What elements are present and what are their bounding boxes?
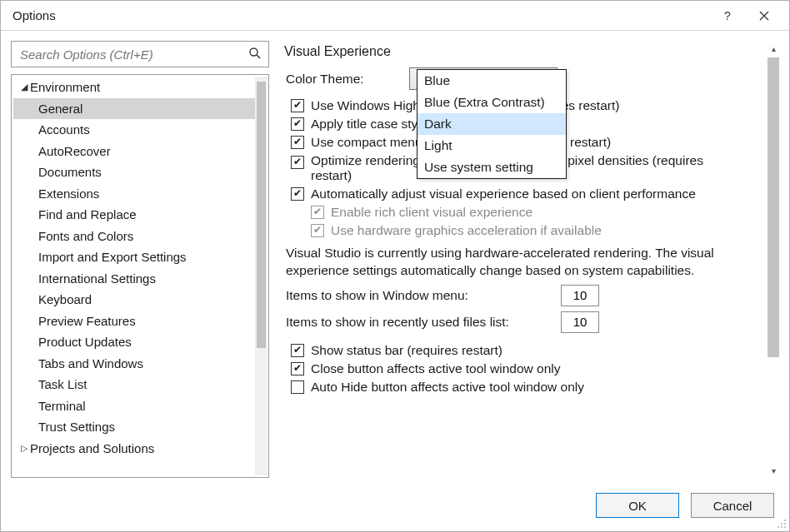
tree-item-label: International Settings	[38, 271, 156, 286]
expander-icon[interactable]: ▷	[18, 443, 30, 454]
color-theme-label: Color Theme:	[286, 72, 402, 87]
help-button[interactable]: ?	[709, 3, 746, 28]
tree-item-environment[interactable]: ◢Environment	[13, 77, 255, 98]
label-autohide-affects: Auto Hide button affects active tool win…	[311, 380, 584, 395]
tree-item-label: Trust Settings	[38, 420, 115, 434]
checkbox-autohide-affects[interactable]	[291, 380, 304, 394]
checkbox-optimize-dpi[interactable]	[291, 156, 304, 169]
expander-icon[interactable]: ◢	[18, 82, 30, 92]
cancel-button[interactable]: Cancel	[691, 493, 774, 518]
tree-item-label: Tabs and Windows	[38, 356, 143, 370]
tree-item-label: Accounts	[38, 122, 90, 137]
theme-option-light[interactable]: Light	[418, 135, 566, 157]
scrollbar-thumb[interactable]	[257, 82, 266, 348]
tree-item-autorecover[interactable]: AutoRecover	[13, 141, 255, 162]
svg-rect-2	[781, 523, 782, 525]
theme-option-dark[interactable]: Dark	[418, 113, 566, 135]
tree-item-label: Documents	[38, 165, 102, 179]
svg-rect-6	[784, 526, 786, 528]
label-rich-client: Enable rich client visual experience	[331, 205, 532, 220]
window-menu-input[interactable]	[561, 285, 599, 306]
tree-item-keyboard[interactable]: Keyboard	[13, 289, 255, 311]
tree-item-projects-and-solutions[interactable]: ▷Projects and Solutions	[13, 438, 255, 460]
resize-grip[interactable]	[776, 518, 788, 530]
tree-item-label: Preview Features	[38, 314, 136, 328]
scroll-down-icon[interactable]: ▾	[766, 463, 781, 478]
window-menu-label: Items to show in Window menu:	[286, 288, 561, 303]
tree-item-accounts[interactable]: Accounts	[13, 119, 255, 141]
checkbox-auto-adjust[interactable]	[291, 187, 304, 201]
close-icon	[759, 11, 769, 21]
theme-option-use-system-setting[interactable]: Use system setting	[418, 157, 566, 178]
checkbox-title-case[interactable]	[291, 117, 304, 131]
theme-option-blue-extra-contrast-[interactable]: Blue (Extra Contrast)	[418, 92, 566, 113]
recent-files-label: Items to show in recently used files lis…	[286, 315, 561, 330]
search-box[interactable]	[11, 41, 269, 67]
label-auto-adjust: Automatically adjust visual experience b…	[311, 186, 696, 201]
checkbox-high-contrast[interactable]	[291, 99, 304, 112]
label-hw-accel: Use hardware graphics acceleration if av…	[331, 223, 602, 238]
tree-item-general[interactable]: General	[13, 98, 255, 120]
tree-item-fonts-and-colors[interactable]: Fonts and Colors	[13, 226, 255, 247]
tree-item-extensions[interactable]: Extensions	[13, 183, 255, 205]
checkbox-compact-menu[interactable]	[291, 136, 304, 149]
tree-item-label: Find and Replace	[38, 207, 137, 221]
svg-rect-5	[781, 526, 782, 528]
tree-item-label: Environment	[30, 80, 100, 94]
tree-item-label: Fonts and Colors	[38, 229, 133, 243]
tree-item-label: General	[38, 102, 82, 116]
category-tree: ◢EnvironmentGeneralAccountsAutoRecoverDo…	[11, 74, 269, 478]
label-close-affects: Close button affects active tool window …	[311, 361, 561, 376]
checkbox-close-affects[interactable]	[291, 362, 304, 375]
title-bar: Options ?	[1, 1, 789, 31]
tree-item-label: Terminal	[38, 399, 86, 413]
svg-rect-1	[784, 520, 786, 521]
svg-rect-4	[778, 526, 779, 528]
tree-item-find-and-replace[interactable]: Find and Replace	[13, 204, 255, 226]
svg-rect-3	[784, 523, 786, 525]
render-note: Visual Studio is currently using hardwar…	[286, 245, 764, 280]
help-icon: ?	[724, 9, 731, 22]
tree-item-label: Keyboard	[38, 292, 92, 306]
tree-item-terminal[interactable]: Terminal	[13, 395, 255, 417]
tree-item-documents[interactable]: Documents	[13, 162, 255, 183]
tree-item-preview-features[interactable]: Preview Features	[13, 311, 255, 332]
tree-item-label: Product Updates	[38, 335, 132, 349]
recent-files-input[interactable]	[561, 311, 599, 333]
label-status-bar: Show status bar (requires restart)	[311, 343, 502, 358]
tree-item-tabs-and-windows[interactable]: Tabs and Windows	[13, 353, 255, 375]
tree-item-label: Task List	[38, 377, 87, 391]
color-theme-dropdown[interactable]: BlueBlue (Extra Contrast)DarkLightUse sy…	[417, 69, 567, 179]
svg-point-0	[250, 48, 258, 56]
ok-button[interactable]: OK	[596, 493, 679, 518]
theme-option-blue[interactable]: Blue	[418, 70, 566, 92]
window-title: Options	[12, 8, 709, 22]
content-scrollbar[interactable]: ▴ ▾	[766, 41, 781, 478]
tree-item-label: Projects and Solutions	[30, 441, 154, 455]
group-title: Visual Experience	[284, 44, 764, 59]
close-button[interactable]	[746, 3, 782, 28]
dialog-footer: OK Cancel	[1, 480, 789, 531]
tree-scrollbar[interactable]	[255, 77, 268, 475]
checkbox-hw-accel	[311, 224, 324, 237]
scrollbar-thumb[interactable]	[768, 57, 779, 357]
tree-item-task-list[interactable]: Task List	[13, 374, 255, 395]
search-icon	[248, 47, 262, 62]
scroll-up-icon[interactable]: ▴	[766, 41, 781, 56]
checkbox-status-bar[interactable]	[291, 344, 304, 357]
tree-item-international-settings[interactable]: International Settings	[13, 268, 255, 290]
tree-item-label: Extensions	[38, 186, 99, 201]
tree-item-import-and-export-settings[interactable]: Import and Export Settings	[13, 246, 255, 268]
checkbox-rich-client	[311, 206, 324, 219]
tree-item-label: AutoRecover	[38, 144, 111, 158]
tree-item-label: Import and Export Settings	[38, 250, 187, 264]
tree-item-trust-settings[interactable]: Trust Settings	[13, 416, 255, 438]
tree-item-product-updates[interactable]: Product Updates	[13, 331, 255, 353]
search-input[interactable]	[18, 47, 248, 62]
